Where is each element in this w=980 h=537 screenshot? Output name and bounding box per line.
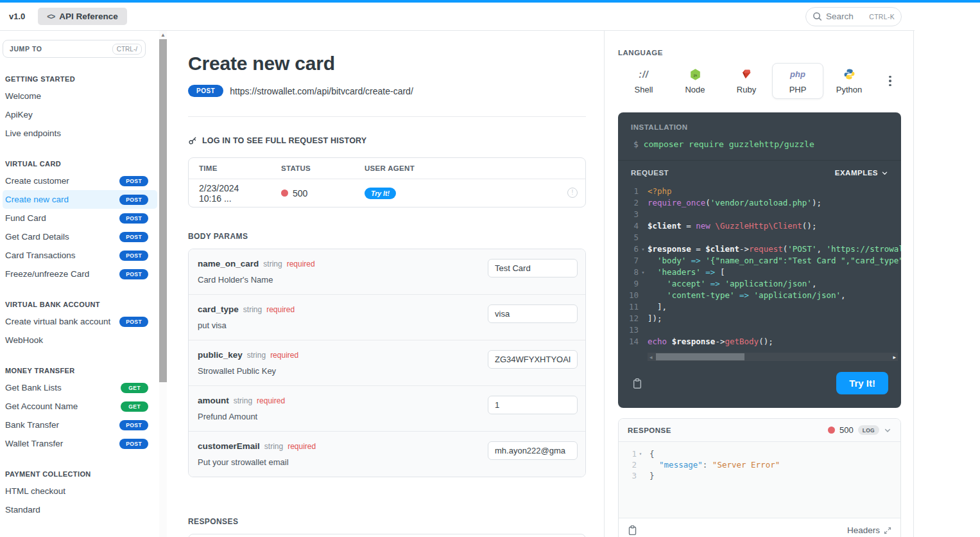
fold-spacer: [639, 197, 648, 209]
param-info: name_on_cardstringrequiredCard Holder's …: [198, 258, 488, 285]
param-title-line: name_on_cardstringrequired: [198, 258, 488, 269]
param-row-public_key: public_keystringrequiredStrowallet Publi…: [189, 340, 585, 386]
sidebar-item-apikey[interactable]: ApiKey: [3, 105, 157, 124]
sidebar-item-create-new-card[interactable]: Create new cardPOST: [3, 190, 157, 209]
response-row-200[interactable]: 200200: [189, 534, 585, 537]
sidebar-item-wallet-transfer[interactable]: Wallet TransferPOST: [3, 434, 157, 453]
expand-icon: [884, 527, 891, 534]
history-status: 500: [271, 188, 354, 198]
api-reference-button[interactable]: <> API Reference: [38, 8, 127, 25]
prompt-symbol: $: [633, 139, 639, 149]
language-python[interactable]: Python: [823, 63, 875, 99]
line-number: 12: [618, 313, 639, 324]
language-node[interactable]: jsNode: [669, 63, 721, 99]
response-body: 1▾{2 "message": "Server Error"3}: [619, 442, 900, 518]
installation-command: $ composer require guzzlehttp/guzzle: [618, 131, 901, 161]
code-text: {: [644, 448, 655, 459]
sidebar-item-create-virtual-bank-account[interactable]: Create virtual bank accountPOST: [3, 312, 157, 331]
code-text: echo $response->getBody();: [648, 336, 901, 348]
method-badge: POST: [119, 420, 148, 430]
param-title-line: amountstringrequired: [198, 394, 488, 406]
fold-caret-icon[interactable]: ▾: [639, 267, 648, 278]
line-number: 13: [618, 324, 639, 336]
copy-code-button[interactable]: [632, 378, 642, 389]
clipboard-icon: [628, 525, 637, 536]
line-number: 7: [618, 255, 639, 267]
chevron-down-icon[interactable]: [884, 427, 891, 434]
request-label: REQUEST: [631, 169, 669, 177]
fold-spacer: [639, 313, 648, 324]
param-type: string: [243, 305, 262, 314]
param-info: customerEmailstringrequiredPut your stro…: [198, 440, 488, 467]
history-time: 2/23/2024 10:16 ...: [189, 183, 271, 204]
sidebar-item-create-customer[interactable]: Create customerPOST: [3, 172, 157, 190]
shell-icon: ://: [639, 69, 648, 80]
scroll-up-arrow-icon[interactable]: ▲: [159, 31, 167, 39]
code-line: 1▾{: [619, 448, 900, 459]
info-icon[interactable]: !: [567, 188, 578, 198]
fold-spacer: [639, 324, 648, 336]
sidebar: JUMP TO CTRL-/ GETTING STARTEDWelcomeApi…: [0, 31, 169, 537]
sidebar-item-bank-transfer[interactable]: Bank TransferPOST: [3, 416, 157, 434]
shell-icon-wrap: ://: [639, 68, 648, 81]
fold-spacer: [637, 459, 644, 470]
fold-caret-icon[interactable]: ▾: [637, 448, 644, 459]
sidebar-item-live-endpoints[interactable]: Live endpoints: [3, 124, 157, 143]
language-shell[interactable]: ://Shell: [618, 63, 669, 99]
language-php[interactable]: phpPHP: [772, 63, 823, 99]
responses-card: 200200: [188, 534, 586, 537]
sidebar-item-get-card-details[interactable]: Get Card DetailsPOST: [3, 227, 157, 246]
code-line: 4$client = new \GuzzleHttp\Client();: [618, 220, 901, 232]
scroll-right-arrow-icon[interactable]: ▸: [893, 354, 896, 360]
fold-spacer: [639, 290, 648, 301]
line-number: 9: [618, 278, 639, 290]
sidebar-item-html-checkout[interactable]: HTML checkout: [3, 482, 157, 500]
history-column-header: STATUS: [271, 158, 354, 179]
divider: [188, 116, 586, 117]
method-badge: POST: [188, 85, 223, 97]
param-description: put visa: [198, 321, 488, 330]
customerEmail-input[interactable]: [488, 441, 578, 460]
name_on_card-input[interactable]: [488, 259, 578, 277]
param-row-card_type: card_typestringrequiredput visa: [189, 295, 585, 340]
headers-link[interactable]: Headers: [847, 525, 891, 535]
amount-input[interactable]: [488, 396, 578, 414]
try-it-button[interactable]: Try It!: [836, 372, 888, 394]
code-panel-column: LANGUAGE ://ShelljsNodeRubyphpPHPPython …: [604, 31, 914, 537]
code-text: $client = new \GuzzleHttp\Client();: [648, 220, 901, 232]
param-type: string: [234, 396, 252, 405]
api-reference-page: v1.0 <> API Reference Search CTRL-K JUMP…: [0, 0, 980, 537]
more-languages-menu[interactable]: [886, 73, 894, 89]
card_type-input[interactable]: [488, 304, 578, 323]
search-input[interactable]: Search CTRL-K: [805, 7, 902, 26]
jump-to-shortcut: CTRL-/: [112, 44, 142, 55]
sidebar-item-label: Wallet Transfer: [5, 439, 63, 448]
chevron-down-icon: [881, 170, 888, 177]
sidebar-item-webhook[interactable]: WebHook: [3, 331, 157, 349]
sidebar-item-standard[interactable]: Standard: [3, 500, 157, 519]
sidebar-scrollbar-thumb[interactable]: [159, 39, 167, 382]
code-horizontal-scrollbar[interactable]: ◂ ▸: [648, 353, 898, 361]
sidebar-item-welcome[interactable]: Welcome: [3, 87, 157, 105]
fold-caret-icon[interactable]: ▾: [639, 243, 648, 255]
language-ruby[interactable]: Ruby: [721, 63, 772, 99]
sidebar-item-card-transactions[interactable]: Card TransactionsPOST: [3, 246, 157, 265]
copy-response-button[interactable]: [628, 525, 637, 536]
code-text: 'body' => '{"name_on_card":"Test Card ",…: [648, 255, 901, 267]
sidebar-scrollbar[interactable]: ▲: [159, 31, 167, 537]
sidebar-item-get-account-name[interactable]: Get Account NameGET: [3, 397, 157, 416]
language-label: LANGUAGE: [618, 49, 900, 57]
jump-to-button[interactable]: JUMP TO CTRL-/: [3, 40, 146, 58]
sidebar-item-freeze-unfreeze-card[interactable]: Freeze/unfreeze CardPOST: [3, 265, 157, 283]
code-scrollbar-thumb[interactable]: [656, 353, 744, 360]
examples-dropdown[interactable]: EXAMPLES: [835, 169, 888, 177]
log-badge[interactable]: LOG: [858, 425, 879, 435]
sidebar-item-get-bank-lists[interactable]: Get Bank ListsGET: [3, 378, 157, 397]
sidebar-item-label: Fund Card: [5, 213, 46, 223]
sidebar-item-fund-card[interactable]: Fund CardPOST: [3, 209, 157, 227]
history-row[interactable]: 2/23/2024 10:16 ...500Try It!!: [189, 179, 585, 207]
error-status-dot: [828, 427, 835, 434]
method-badge: POST: [119, 213, 148, 224]
public_key-input[interactable]: [488, 350, 578, 369]
scroll-left-arrow-icon[interactable]: ◂: [648, 354, 653, 360]
